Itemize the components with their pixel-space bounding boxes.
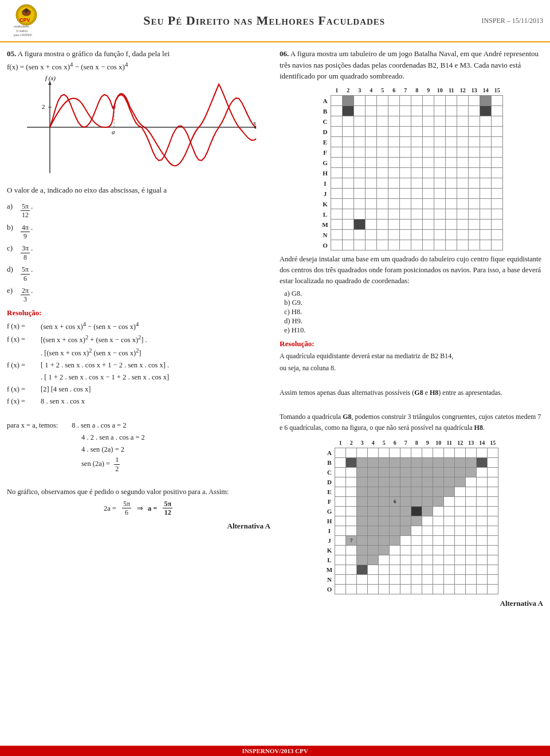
header-date: INSPER – 15/11/2013 xyxy=(481,17,543,25)
grid-row-i: I xyxy=(320,178,503,189)
svg-text:O melhor: O melhor xyxy=(16,29,28,33)
q06-choices: a) G8. b) G9. c) H8. d) H9. e) H10. xyxy=(284,289,543,335)
grid-row-n: N xyxy=(324,575,498,585)
main-content: 05. A figura mostra o gráfico da função … xyxy=(0,42,550,614)
svg-text:CPV: CPV xyxy=(19,17,30,23)
grid-row-h: H xyxy=(324,516,498,526)
grid-row-d: D xyxy=(324,477,498,487)
logo: CPV vestibulares O melhor para o INSPER! xyxy=(7,3,47,38)
choice-c: c) 3π8. xyxy=(7,242,270,261)
grid-row-o: O xyxy=(324,585,498,594)
grid-row-e: E xyxy=(324,487,498,497)
grid-row-m: M xyxy=(320,220,503,230)
svg-text:para o INSPER!: para o INSPER! xyxy=(14,34,32,37)
grid-row-g: G xyxy=(320,158,503,168)
grid-row-a: A xyxy=(320,96,503,106)
grid-row-c: C xyxy=(324,468,498,477)
header: CPV vestibulares O melhor para o INSPER!… xyxy=(0,0,550,42)
choice-a: a) 5π12. xyxy=(7,201,270,220)
q06-resolucao: A quadrícula equidistante deverá estar n… xyxy=(280,351,543,433)
bottom-naval-grid-container: 123 456 789 101112 131415 ABCDEF6GHIJ7KL… xyxy=(280,438,543,595)
grid-row-f: F6 xyxy=(324,497,498,507)
top-naval-grid: 123 456 789 101112 131415 A xyxy=(320,85,504,251)
svg-marker-12 xyxy=(48,81,52,85)
choice-e: e) 2π3. xyxy=(7,285,270,304)
q06-alternativa: Alternativa A xyxy=(280,599,543,608)
grid-row-c: C xyxy=(320,116,503,127)
grid-row-h: H xyxy=(320,168,503,178)
grid-row-g: G xyxy=(324,507,498,516)
q06-text: 06. A figura mostra um tabuleiro de um j… xyxy=(280,48,543,82)
svg-text:a: a xyxy=(112,128,115,135)
grid-row-m: M xyxy=(324,565,498,575)
choice-d: d) 5π6. xyxy=(7,264,270,283)
andre-text: André deseja instalar uma base em um qua… xyxy=(280,254,543,286)
q05-text: 05. A figura mostra o gráfico da função … xyxy=(7,48,270,72)
grid-row-n: N xyxy=(320,230,503,240)
q05-num: 05. xyxy=(7,49,16,58)
left-column: 05. A figura mostra o gráfico da função … xyxy=(7,48,270,608)
grid-row-l: L xyxy=(320,209,503,220)
grid-row-f: F xyxy=(320,147,503,158)
title-text: Seu Pé Direito nas Melhores Faculdades xyxy=(143,13,385,28)
answer-choices: a) 5π12. b) 4π9. c) 3π8. d) 5π6. e) 2π3. xyxy=(7,201,270,304)
grid-row-a: A xyxy=(324,448,498,458)
grid-row-l: L xyxy=(324,555,498,565)
choice-b: b) 4π9. xyxy=(7,222,270,241)
grid-row-j: J7 xyxy=(324,536,498,546)
svg-point-4 xyxy=(25,9,28,13)
q05-question: O valor de a, indicado no eixo das absci… xyxy=(7,185,270,196)
header-title: Seu Pé Direito nas Melhores Faculdades xyxy=(47,13,481,28)
function-graph: f (x) x 2 a xyxy=(7,76,270,179)
graph-container: f (x) x 2 a xyxy=(7,76,270,179)
right-column: 06. A figura mostra um tabuleiro de um j… xyxy=(280,48,543,608)
svg-text:2: 2 xyxy=(42,103,45,110)
q06-resolucao-title: Resolução: xyxy=(280,339,543,348)
q05-alternativa: Alternativa A xyxy=(7,522,270,531)
svg-text:vestibulares: vestibulares xyxy=(14,25,29,28)
bottom-naval-grid: 123 456 789 101112 131415 ABCDEF6GHIJ7KL… xyxy=(324,438,499,595)
grid-row-k: K xyxy=(324,546,498,555)
grid-row-j: J xyxy=(320,189,503,199)
grid-row-b: B xyxy=(320,106,503,116)
resolucao-title: Resolução: xyxy=(7,308,270,318)
svg-text:f (x): f (x) xyxy=(45,76,56,82)
top-naval-grid-container: 123 456 789 101112 131415 A xyxy=(280,85,543,251)
grid-row-e: E xyxy=(320,137,503,147)
grid-row-b: B xyxy=(324,458,498,468)
q06-num: 06. xyxy=(280,49,289,58)
resolucao-content: f (x) = (sen x + cos x)4 − (sen x − cos … xyxy=(7,320,270,517)
footer: INSPERNOV/2013 CPV xyxy=(0,746,550,756)
grid-row-d: D xyxy=(320,127,503,137)
grid-row-i: I xyxy=(324,526,498,536)
grid-row-o: O xyxy=(320,240,503,250)
grid-row-k: K xyxy=(320,199,503,209)
